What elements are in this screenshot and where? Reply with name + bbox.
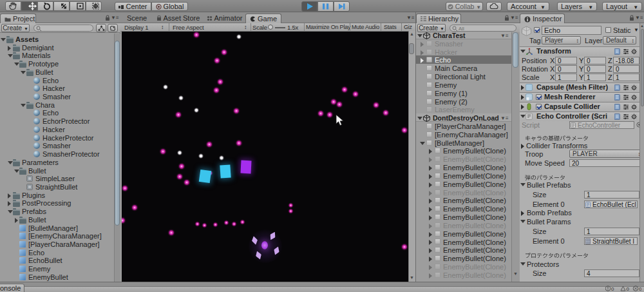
svg-text:All: All (459, 26, 464, 32)
svg-text:0: 0 (611, 286, 614, 291)
svg-text:0: 0 (639, 286, 641, 291)
svg-text:0: 0 (627, 286, 630, 291)
